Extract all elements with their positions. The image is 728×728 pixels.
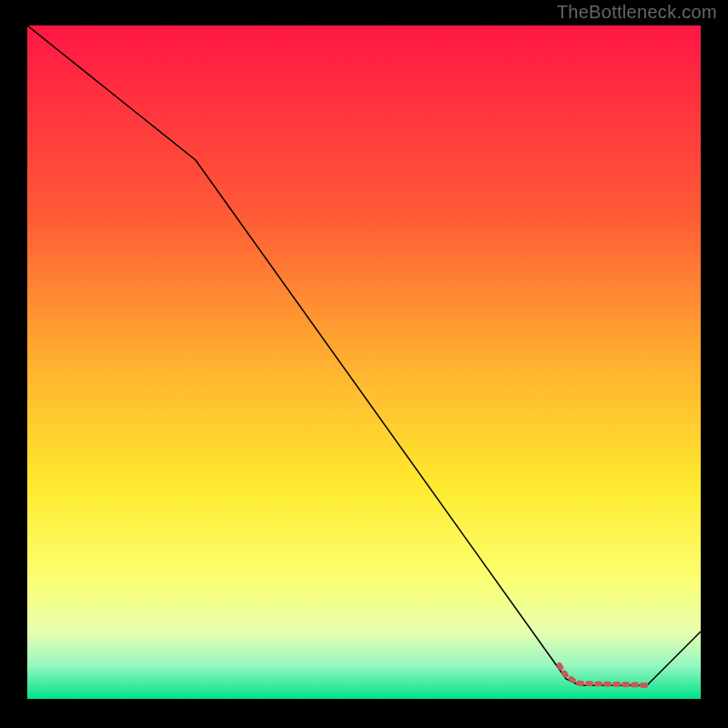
chart-area xyxy=(27,25,701,699)
chart-svg xyxy=(27,25,701,699)
watermark-text: TheBottleneck.com xyxy=(557,2,717,23)
chart-background xyxy=(27,25,701,699)
